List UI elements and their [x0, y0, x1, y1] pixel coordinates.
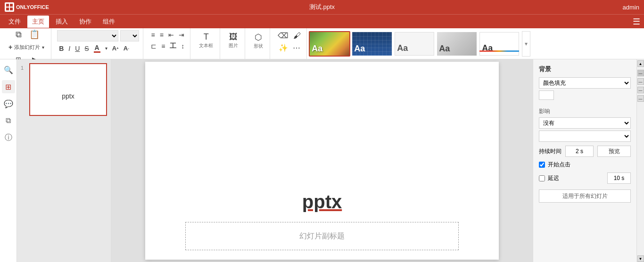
text-box-button[interactable]: T 文本框 [196, 30, 216, 51]
menu-file[interactable]: 文件 [4, 16, 25, 28]
title-bar: ONLYOFFICE 测试.pptx admin [0, 0, 644, 14]
sidebar-comments-button[interactable]: 💬 [2, 97, 15, 110]
paste-icon: 📋 [29, 29, 40, 40]
logo-text: ONLYOFFICE [16, 4, 49, 10]
indent-decrease-button[interactable]: ⇤ [166, 30, 176, 40]
panel-scroll-1[interactable]: — [637, 70, 644, 76]
panel-scroll-3[interactable]: — [637, 87, 644, 93]
slide-thumbnail-1[interactable]: pptx [29, 63, 107, 116]
background-fill-select[interactable]: 颜色填充 渐变填充 图片填充 无填充 [539, 77, 631, 89]
paragraph-section: ≡ ≡ ⇤ ⇥ ⊏ ≡ 工 ↕ [145, 28, 190, 59]
font-color-dropdown[interactable]: ▾ [103, 45, 109, 52]
themes-scroll: Aa Aa Aa Aa [309, 31, 520, 57]
image-section: 🖼 图片 [222, 28, 245, 59]
background-color-box[interactable] [539, 90, 554, 100]
paint-button[interactable]: 🖌 [291, 30, 303, 41]
theme-2[interactable]: Aa [351, 31, 393, 57]
menu-insert[interactable]: 插入 [51, 16, 73, 28]
delay-input[interactable] [607, 172, 631, 184]
svg-rect-2 [6, 8, 9, 10]
indent-increase-button[interactable]: ⇥ [177, 30, 186, 40]
main-area: 🔍 ⊞ 💬 ⧉ ⓘ 1 pptx pptx 幻灯片副标题 背景 [0, 59, 644, 262]
font-increase-button[interactable]: A+ [110, 44, 121, 53]
slide-subtitle-box[interactable]: 幻灯片副标题 [185, 222, 459, 250]
delay-row: 延迟 [539, 172, 631, 184]
effect-sub-select[interactable] [539, 131, 631, 142]
slide-title[interactable]: pptx [302, 191, 342, 213]
preview-button[interactable]: 预览 [597, 146, 631, 157]
align-center-button[interactable]: ≡ [159, 41, 167, 51]
magic-button[interactable]: ✨ [277, 42, 290, 53]
effect-select[interactable]: 没有 [539, 117, 631, 129]
theme-5[interactable]: Aa [479, 31, 520, 57]
panel-scroll-2[interactable]: — [637, 78, 644, 85]
more-button[interactable]: ⋯ [291, 42, 302, 53]
slide-canvas[interactable]: pptx 幻灯片副标题 [145, 62, 499, 260]
font-color-button[interactable]: A [92, 43, 102, 54]
align-left-button[interactable]: ⊏ [149, 41, 158, 51]
theme-1[interactable]: Aa [309, 31, 350, 57]
italic-button[interactable]: I [66, 44, 72, 53]
paste-button[interactable]: 📋 [27, 28, 42, 41]
menu-plugins[interactable]: 组件 [98, 16, 120, 28]
menu-collaborate[interactable]: 协作 [74, 16, 96, 28]
strikethrough-button[interactable]: S [83, 44, 91, 53]
start-click-label: 开始点击 [548, 161, 570, 169]
left-sidebar: 🔍 ⊞ 💬 ⧉ ⓘ [0, 59, 17, 262]
slide-thumb-title: pptx [62, 92, 74, 100]
panel-scroll-down[interactable]: ▼ [637, 255, 644, 262]
start-click-row: 开始点击 [539, 161, 631, 169]
add-icon: + [8, 43, 12, 51]
slide-wrapper-1: 1 pptx [29, 63, 107, 116]
start-click-checkbox[interactable] [539, 162, 545, 168]
shape-button[interactable]: ⬡ 形状 [251, 30, 266, 51]
copy-button[interactable]: ⧉ [11, 28, 26, 41]
slide-number-1: 1 [21, 65, 24, 71]
panel-effect-label: 影响 [539, 107, 631, 115]
panel-scroll-4[interactable]: — [637, 95, 644, 102]
add-slide-section: ⧉ 📋 + 添加幻灯片 ▾ ⊞ ▾ ▶ ▾ [4, 28, 51, 59]
add-slide-label: 添加幻灯片 [14, 44, 40, 51]
right-panel: 背景 颜色填充 渐变填充 图片填充 无填充 影响 没有 持续时间 预览 开始点击 [533, 59, 636, 262]
image-button[interactable]: 🖼 图片 [226, 30, 241, 51]
align-right-button[interactable]: 工 [168, 41, 178, 51]
font-size-select[interactable] [120, 30, 139, 41]
duration-input[interactable] [565, 146, 594, 157]
delay-checkbox[interactable] [539, 175, 545, 181]
menu-home[interactable]: 主页 [27, 16, 49, 28]
menu-more-icon[interactable]: ☰ [633, 16, 640, 27]
theme-3[interactable]: Aa [394, 31, 435, 57]
themes-scroll-down-button[interactable]: ▾ [522, 31, 530, 57]
sidebar-info-button[interactable]: ⓘ [2, 131, 15, 144]
canvas-area: pptx 幻灯片副标题 [111, 59, 533, 262]
line-spacing-button[interactable]: ↕ [179, 41, 186, 51]
underline-button[interactable]: U [73, 44, 82, 53]
add-slide-dropdown-icon[interactable]: ▾ [42, 45, 44, 50]
svg-rect-1 [10, 4, 13, 7]
slide-subtitle-text: 幻灯片副标题 [299, 231, 345, 241]
sidebar-slides-button[interactable]: ⊞ [2, 80, 15, 93]
theme-4[interactable]: Aa [436, 31, 478, 57]
slide-panel: 1 pptx [17, 59, 111, 262]
bold-button[interactable]: B [57, 44, 66, 53]
font-color-label: A [95, 44, 99, 51]
font-family-select[interactable] [57, 30, 118, 41]
add-slide-button[interactable]: + 添加幻灯片 ▾ [6, 41, 47, 53]
apply-all-button[interactable]: 适用于所有幻灯片 [539, 189, 631, 203]
insert-section: T 文本框 [192, 28, 220, 59]
font-decrease-button[interactable]: A- [122, 44, 131, 53]
svg-rect-3 [10, 8, 13, 10]
image-label: 图片 [229, 42, 238, 49]
tools-section: ⌫ 🖌 ✨ ⋯ [272, 28, 307, 59]
sidebar-search-button[interactable]: 🔍 [2, 63, 15, 76]
eraser-button[interactable]: ⌫ [276, 30, 290, 41]
text-box-label: 文本框 [199, 42, 213, 49]
shape-section: ⬡ 形状 [247, 28, 270, 59]
svg-rect-0 [6, 4, 9, 7]
panel-bg-label: 颜色填充 渐变填充 图片填充 无填充 [539, 77, 631, 89]
panel-scroll-up[interactable]: ▲ [637, 60, 644, 67]
sidebar-copy-button[interactable]: ⧉ [2, 114, 15, 127]
panel-background-title: 背景 [539, 65, 631, 74]
list-number-button[interactable]: ≡ [158, 30, 165, 40]
list-bullet-button[interactable]: ≡ [149, 30, 157, 40]
